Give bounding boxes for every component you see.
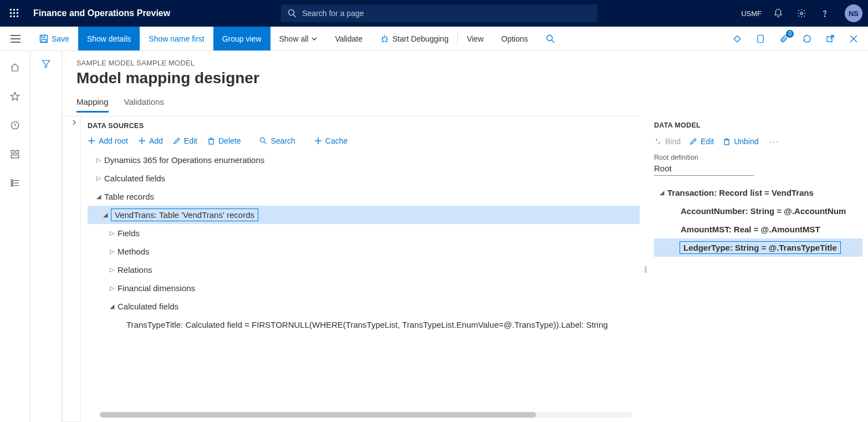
tree-node[interactable]: ◢Calculated fields (88, 297, 640, 316)
dm-node-selected[interactable]: LedgerType: String = @.TransTypeTitle (654, 238, 862, 257)
svg-rect-7 (13, 16, 15, 17)
avatar[interactable]: NS (845, 4, 862, 22)
view-button[interactable]: View (458, 27, 492, 50)
svg-rect-36 (11, 155, 19, 158)
dm-edit-button[interactable]: Edit (690, 137, 714, 146)
search-input[interactable] (302, 9, 590, 18)
collapse-strip[interactable] (62, 116, 81, 422)
svg-rect-38 (11, 182, 13, 184)
dm-node[interactable]: AccountNumber: String = @.AccountNum (654, 202, 862, 220)
save-icon (39, 34, 48, 43)
tab-mapping[interactable]: Mapping (76, 97, 109, 113)
chevron-right-icon (72, 120, 77, 125)
dm-node[interactable]: AmountMST: Real = @.AmountMST (654, 220, 862, 238)
unbind-button[interactable]: Unbind (723, 137, 758, 146)
start-debugging-button[interactable]: Start Debugging (371, 27, 457, 50)
svg-rect-6 (10, 16, 12, 17)
show-details-button[interactable]: Show details (78, 27, 140, 50)
edit-button[interactable]: Edit (173, 136, 197, 145)
datamodel-tree: ◢Transaction: Record list = VendTrans Ac… (654, 184, 862, 257)
search-icon (259, 137, 267, 145)
close-icon[interactable] (846, 31, 861, 47)
svg-rect-29 (734, 35, 740, 42)
root-definition-label: Root definition (654, 154, 862, 161)
search-icon (546, 34, 555, 43)
bell-icon[interactable] (772, 7, 785, 20)
tree-node[interactable]: ▷Fields (88, 224, 640, 242)
search-button[interactable]: Search (259, 136, 295, 145)
datasources-tree: ▷Dynamics 365 for Operations enumeration… (88, 151, 640, 334)
toolbar: Save Show details Show name first Group … (0, 27, 868, 51)
datasources-pane: DATA SOURCES Add root Add Edit Delete Se… (62, 116, 641, 422)
tree-node[interactable]: ▷Financial dimensions (88, 279, 640, 297)
show-name-first-button[interactable]: Show name first (140, 27, 213, 50)
recent-icon[interactable] (8, 119, 22, 132)
app-launcher-icon[interactable] (6, 4, 23, 22)
validate-button[interactable]: Validate (326, 27, 371, 50)
hamburger-icon[interactable] (0, 27, 30, 50)
svg-line-25 (382, 41, 383, 42)
delete-button[interactable]: Delete (207, 136, 241, 145)
modules-icon[interactable] (8, 176, 22, 190)
global-search[interactable] (281, 4, 597, 22)
more-icon[interactable]: ··· (768, 137, 782, 146)
filter-column (30, 51, 62, 422)
add-button[interactable]: Add (138, 136, 163, 145)
tab-validations[interactable]: Validations (124, 97, 164, 113)
splitter[interactable]: ‖ (641, 116, 651, 422)
horizontal-scrollbar[interactable] (100, 412, 632, 418)
svg-rect-34 (11, 150, 14, 153)
bug-icon (380, 34, 389, 43)
tree-node-selected[interactable]: ◢VendTrans: Table 'VendTrans' records (88, 206, 640, 224)
office-icon[interactable] (753, 31, 768, 47)
group-view-button[interactable]: Group view (213, 27, 270, 50)
popout-icon[interactable] (823, 31, 838, 47)
home-icon[interactable] (8, 61, 22, 74)
avatar-initials: NS (849, 9, 859, 18)
tree-node[interactable]: ▷Calculated fields (88, 169, 640, 187)
root-definition-value[interactable]: Root (654, 164, 754, 176)
diamond-icon[interactable] (729, 31, 745, 47)
favorites-icon[interactable] (8, 90, 22, 103)
svg-rect-18 (42, 39, 46, 42)
toolbar-search-button[interactable] (537, 27, 564, 50)
datasources-title: DATA SOURCES (88, 122, 640, 130)
tree-node[interactable]: ▷Relations (88, 261, 640, 279)
save-button[interactable]: Save (30, 27, 78, 50)
gear-icon[interactable] (795, 7, 808, 20)
options-button[interactable]: Options (492, 27, 537, 50)
pencil-icon (173, 137, 181, 145)
svg-line-26 (386, 41, 387, 42)
svg-rect-54 (724, 140, 729, 145)
tree-node[interactable]: ◢Table records (88, 187, 640, 206)
svg-line-28 (552, 40, 554, 43)
company-label[interactable]: USMF (741, 9, 762, 18)
breadcrumb: SAMPLE MODEL SAMPLE MODEL (76, 59, 854, 67)
tree-node[interactable]: ▷Methods (88, 242, 640, 261)
svg-point-11 (800, 12, 803, 15)
svg-rect-3 (10, 12, 12, 14)
chevron-down-icon (312, 37, 317, 40)
help-icon[interactable] (818, 7, 831, 20)
tree-node[interactable]: TransTypeTitle: Calculated field = FIRST… (88, 316, 640, 334)
datamodel-pane: DATA MODEL Bind Edit Unbind ··· Root def… (651, 116, 868, 422)
dm-node[interactable]: ◢Transaction: Record list = VendTrans (654, 184, 862, 202)
refresh-icon[interactable] (799, 31, 815, 47)
page-title: Model mapping designer (76, 69, 854, 87)
bind-button[interactable]: Bind (654, 137, 681, 146)
plus-icon (314, 137, 322, 145)
datamodel-title: DATA MODEL (654, 121, 862, 129)
cache-button[interactable]: Cache (314, 136, 348, 145)
svg-rect-0 (10, 9, 12, 11)
svg-rect-37 (11, 180, 13, 181)
link-icon (654, 138, 662, 145)
add-root-button[interactable]: Add root (88, 136, 128, 145)
svg-point-12 (824, 16, 825, 17)
svg-line-51 (264, 141, 267, 144)
show-all-button[interactable]: Show all (270, 27, 326, 50)
filter-icon[interactable] (41, 59, 51, 422)
tree-node[interactable]: ▷Dynamics 365 for Operations enumeration… (88, 151, 640, 169)
attach-icon[interactable]: 0 (776, 31, 792, 47)
svg-line-10 (294, 15, 297, 18)
workspaces-icon[interactable] (8, 148, 22, 161)
